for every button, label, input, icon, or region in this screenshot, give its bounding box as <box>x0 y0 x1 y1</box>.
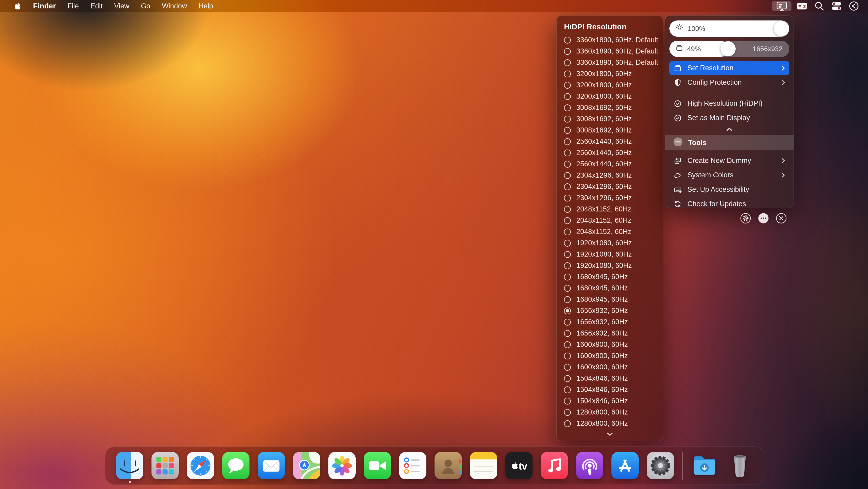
close-icon[interactable] <box>776 213 787 224</box>
radio-icon[interactable] <box>564 386 571 393</box>
resolution-option[interactable]: 1600x900, 60Hz <box>557 350 663 362</box>
keyboard-command-icon[interactable]: ⌘ <box>795 1 809 11</box>
resolution-option[interactable]: 3200x1800, 60Hz <box>557 91 663 102</box>
radio-icon[interactable] <box>564 251 571 258</box>
dock-launchpad-icon[interactable] <box>152 452 179 479</box>
radio-icon[interactable] <box>564 330 571 337</box>
resolution-option[interactable]: 3200x1800, 60Hz <box>557 68 663 80</box>
high-resolution-item[interactable]: High Resolution (HiDPI) <box>669 96 789 111</box>
collapse-chevron-icon[interactable] <box>724 127 735 133</box>
resolution-option[interactable]: 2560x1440, 60Hz <box>557 136 663 147</box>
resolution-option[interactable]: 3008x1692, 60Hz <box>557 102 663 113</box>
radio-icon[interactable] <box>564 308 571 314</box>
radio-icon[interactable] <box>564 149 571 156</box>
resolution-option[interactable]: 1656x932, 60Hz <box>557 328 663 339</box>
radio-icon[interactable] <box>564 105 571 111</box>
resolution-option[interactable]: 1656x932, 60Hz <box>557 316 663 328</box>
resolution-option[interactable]: 3200x1800, 60Hz <box>557 80 663 91</box>
display-status-icon[interactable] <box>772 1 792 11</box>
app-menu-title[interactable]: Finder <box>27 2 62 10</box>
dock-mail-icon[interactable] <box>258 452 285 479</box>
dock-downloads-icon[interactable] <box>691 452 718 479</box>
brightness-slider[interactable]: 100% <box>669 21 789 37</box>
search-icon[interactable] <box>812 1 826 11</box>
set-resolution-item[interactable]: Set Resolution <box>669 61 789 75</box>
radio-icon[interactable] <box>564 82 571 89</box>
create-new-dummy-item[interactable]: Create New Dummy <box>669 153 789 168</box>
radio-icon[interactable] <box>564 274 571 281</box>
radio-icon[interactable] <box>564 59 571 66</box>
dock-messages-icon[interactable] <box>222 452 249 479</box>
menu-item[interactable]: View <box>108 2 135 10</box>
set-up-accessibility-item[interactable]: Set Up Accessibility <box>669 182 789 197</box>
menu-item[interactable]: File <box>62 2 85 10</box>
resolution-option[interactable]: 3360x1890, 60Hz, Default <box>557 57 663 68</box>
radio-icon[interactable] <box>564 364 571 371</box>
radio-icon[interactable] <box>564 420 571 427</box>
resolution-option[interactable]: 1920x1080, 60Hz <box>557 260 663 271</box>
more-options-icon[interactable] <box>758 213 769 224</box>
resolution-option[interactable]: 1920x1080, 60Hz <box>557 249 663 260</box>
system-colors-item[interactable]: System Colors <box>669 168 789 182</box>
radio-icon[interactable] <box>564 285 571 292</box>
dock-photos-icon[interactable] <box>329 452 355 479</box>
control-center-icon[interactable] <box>830 1 843 11</box>
radio-icon[interactable] <box>564 37 571 44</box>
resolution-option[interactable]: 2048x1152, 60Hz <box>557 226 663 237</box>
dock-notes-icon[interactable] <box>470 452 497 479</box>
menu-item[interactable]: Help <box>193 2 219 10</box>
radio-icon[interactable] <box>564 375 571 382</box>
radio-icon[interactable] <box>564 229 571 235</box>
radio-icon[interactable] <box>564 183 571 190</box>
dock-facetime-icon[interactable] <box>364 452 391 479</box>
radio-icon[interactable] <box>564 172 571 179</box>
resolution-option[interactable]: 2304x1296, 60Hz <box>557 170 663 181</box>
dock-appstore-icon[interactable] <box>612 452 639 479</box>
menu-item[interactable]: Go <box>135 2 156 10</box>
apple-menu-icon[interactable] <box>8 0 27 12</box>
resolution-option[interactable]: 2304x1296, 60Hz <box>557 181 663 192</box>
radio-icon[interactable] <box>564 161 571 168</box>
resolution-option[interactable]: 2048x1152, 60Hz <box>557 204 663 215</box>
resolution-option[interactable]: 1280x800, 60Hz <box>557 418 663 429</box>
resolution-option[interactable]: 3360x1890, 60Hz, Default <box>557 34 663 46</box>
resolution-option[interactable]: 2048x1152, 60Hz <box>557 215 663 226</box>
menu-item[interactable]: Window <box>156 2 193 10</box>
dock-contacts-icon[interactable] <box>435 452 462 479</box>
resolution-option[interactable]: 1656x932, 60Hz <box>557 305 663 316</box>
radio-icon[interactable] <box>564 217 571 224</box>
config-protection-item[interactable]: Config Protection <box>669 75 789 90</box>
resolution-option[interactable]: 3008x1692, 60Hz <box>557 125 663 136</box>
resolution-option[interactable]: 1680x945, 60Hz <box>557 294 663 305</box>
radio-icon[interactable] <box>564 398 571 405</box>
resolution-option[interactable]: 1680x945, 60Hz <box>557 283 663 294</box>
radio-icon[interactable] <box>564 116 571 122</box>
resolution-option[interactable]: 1680x945, 60Hz <box>557 271 663 283</box>
check-for-updates-item[interactable]: Check for Updates <box>669 197 789 211</box>
radio-icon[interactable] <box>564 319 571 325</box>
resolution-option[interactable]: 1600x900, 60Hz <box>557 339 663 350</box>
dock-reminders-icon[interactable] <box>399 452 426 479</box>
dock-tv-icon[interactable]: tv <box>505 452 532 479</box>
radio-icon[interactable] <box>564 70 571 77</box>
dock-system-settings-icon[interactable] <box>647 452 674 479</box>
dock-safari-icon[interactable] <box>187 452 214 479</box>
resolution-option[interactable]: 1504x846, 60Hz <box>557 395 663 407</box>
dock-trash-icon[interactable] <box>726 452 753 479</box>
resolution-option[interactable]: 1280x800, 60Hz <box>557 407 663 418</box>
brightness-slider-knob[interactable] <box>774 21 789 36</box>
resolution-option[interactable]: 3360x1890, 60Hz, Default <box>557 46 663 57</box>
resolution-option[interactable]: 2560x1440, 60Hz <box>557 147 663 159</box>
radio-icon[interactable] <box>564 262 571 269</box>
radio-icon[interactable] <box>564 138 571 145</box>
resolution-slider-knob[interactable] <box>720 41 736 56</box>
set-main-display-item[interactable]: Set as Main Display <box>669 111 789 125</box>
dock-maps-icon[interactable] <box>293 452 320 479</box>
menu-item[interactable]: Edit <box>85 2 108 10</box>
dock-finder-icon[interactable] <box>116 452 143 479</box>
settings-gear-icon[interactable] <box>740 213 751 224</box>
radio-icon[interactable] <box>564 341 571 348</box>
clock-icon[interactable] <box>847 1 861 11</box>
radio-icon[interactable] <box>564 93 571 100</box>
resolution-option[interactable]: 1920x1080, 60Hz <box>557 237 663 249</box>
